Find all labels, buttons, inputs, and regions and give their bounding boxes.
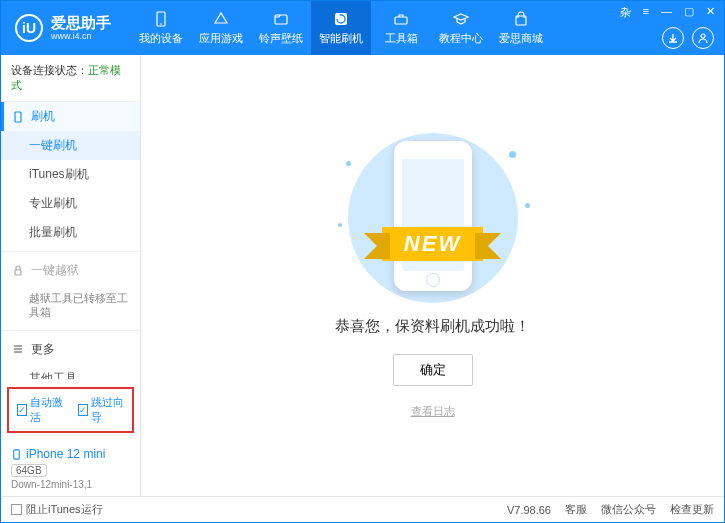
win-close[interactable]: ✕ xyxy=(703,5,718,20)
status-label: 设备连接状态： xyxy=(11,64,88,76)
graduation-icon xyxy=(452,10,470,28)
download-button[interactable] xyxy=(662,27,684,49)
logo-area: iU 爱思助手 www.i4.cn xyxy=(1,14,125,42)
lock-icon xyxy=(11,264,25,278)
checkbox-auto-activate[interactable]: ✓ 自动激活 xyxy=(17,395,64,425)
app-url: www.i4.cn xyxy=(51,31,111,41)
window-controls: 杂 ≡ — ▢ ✕ xyxy=(617,5,718,20)
sidebar-item-other-tools[interactable]: 其他工具 xyxy=(1,364,140,379)
check-icon: ✓ xyxy=(17,404,27,416)
jailbreak-note: 越狱工具已转移至工具箱 xyxy=(1,285,140,326)
device-icon xyxy=(152,10,170,28)
nav-toolbox[interactable]: 工具箱 xyxy=(371,1,431,55)
nav-tutorials[interactable]: 教程中心 xyxy=(431,1,491,55)
success-illustration: NEW xyxy=(328,133,538,303)
sidebar-section-more[interactable]: 更多 xyxy=(1,335,140,364)
sidebar-item-pro-flash[interactable]: 专业刷机 xyxy=(1,189,140,218)
app-name: 爱思助手 xyxy=(51,15,111,32)
device-icon xyxy=(11,449,22,460)
svg-rect-4 xyxy=(395,17,407,24)
success-message: 恭喜您，保资料刷机成功啦！ xyxy=(335,317,530,336)
view-log-link[interactable]: 查看日志 xyxy=(411,404,455,419)
body-area: 设备连接状态：正常模式 刷机 一键刷机 iTunes刷机 专业刷机 批量刷机 xyxy=(1,55,724,496)
sidebar-item-itunes-flash[interactable]: iTunes刷机 xyxy=(1,160,140,189)
device-name-row: iPhone 12 mini xyxy=(11,447,130,461)
connection-status: 设备连接状态：正常模式 xyxy=(1,55,140,102)
svg-rect-7 xyxy=(15,112,21,122)
options-box: ✓ 自动激活 ✓ 跳过向导 xyxy=(7,387,134,433)
sidebar-item-oneclick-flash[interactable]: 一键刷机 xyxy=(1,131,140,160)
footer-right: V7.98.66 客服 微信公众号 检查更新 xyxy=(507,502,714,517)
main-content: NEW 恭喜您，保资料刷机成功啦！ 确定 查看日志 xyxy=(141,55,724,496)
block-itunes-label: 阻止iTunes运行 xyxy=(26,502,103,517)
title-right-buttons xyxy=(662,27,714,49)
nav-my-device[interactable]: 我的设备 xyxy=(131,1,191,55)
section-title: 更多 xyxy=(31,341,55,358)
check-update-link[interactable]: 检查更新 xyxy=(670,502,714,517)
sidebar-section-flash[interactable]: 刷机 xyxy=(1,102,140,131)
version-label: V7.98.66 xyxy=(507,504,551,516)
sidebar-item-batch-flash[interactable]: 批量刷机 xyxy=(1,218,140,247)
check-icon: ✓ xyxy=(78,404,88,416)
apps-icon xyxy=(212,10,230,28)
svg-rect-8 xyxy=(15,270,21,275)
nav-smart-flash[interactable]: 智能刷机 xyxy=(311,1,371,55)
block-itunes-checkbox[interactable] xyxy=(11,504,22,515)
title-bar: iU 爱思助手 www.i4.cn 我的设备 应用游戏 xyxy=(1,1,724,55)
device-model: Down-12mini-13,1 xyxy=(11,479,130,490)
nav-store[interactable]: 爱思商城 xyxy=(491,1,551,55)
wechat-link[interactable]: 微信公众号 xyxy=(601,502,656,517)
status-bar: 阻止iTunes运行 V7.98.66 客服 微信公众号 检查更新 xyxy=(1,496,724,522)
section-title: 刷机 xyxy=(31,108,55,125)
win-misc-1[interactable]: 杂 xyxy=(617,5,634,20)
device-info[interactable]: iPhone 12 mini 64GB Down-12mini-13,1 xyxy=(1,441,140,496)
nav-apps-games[interactable]: 应用游戏 xyxy=(191,1,251,55)
win-minimize[interactable]: — xyxy=(658,5,675,20)
footer-left: 阻止iTunes运行 xyxy=(11,502,103,517)
svg-rect-2 xyxy=(275,15,287,24)
section-title: 一键越狱 xyxy=(31,262,79,279)
toolbox-icon xyxy=(392,10,410,28)
app-window: iU 爱思助手 www.i4.cn 我的设备 应用游戏 xyxy=(0,0,725,523)
checkbox-skip-guide[interactable]: ✓ 跳过向导 xyxy=(78,395,125,425)
phone-icon xyxy=(11,110,25,124)
device-storage: 64GB xyxy=(11,464,47,477)
customer-service-link[interactable]: 客服 xyxy=(565,502,587,517)
win-menu-icon[interactable]: ≡ xyxy=(640,5,652,20)
nav-ringtone-wallpaper[interactable]: 铃声壁纸 xyxy=(251,1,311,55)
user-button[interactable] xyxy=(692,27,714,49)
sidebar: 设备连接状态：正常模式 刷机 一键刷机 iTunes刷机 专业刷机 批量刷机 xyxy=(1,55,141,496)
menu-icon xyxy=(11,342,25,356)
refresh-icon xyxy=(332,10,350,28)
confirm-button[interactable]: 确定 xyxy=(393,354,473,386)
sidebar-scroll: 刷机 一键刷机 iTunes刷机 专业刷机 批量刷机 一键越狱 越狱工具已转移至… xyxy=(1,102,140,379)
phone-icon xyxy=(394,141,472,291)
logo-icon: iU xyxy=(15,14,43,42)
svg-point-6 xyxy=(701,34,705,38)
win-maximize[interactable]: ▢ xyxy=(681,5,697,20)
svg-point-1 xyxy=(160,23,162,25)
svg-rect-9 xyxy=(14,449,20,458)
store-icon xyxy=(512,10,530,28)
sidebar-section-jailbreak[interactable]: 一键越狱 xyxy=(1,256,140,285)
folder-icon xyxy=(272,10,290,28)
new-ribbon: NEW xyxy=(328,225,538,263)
top-nav: 我的设备 应用游戏 铃声壁纸 智能刷机 xyxy=(131,1,551,55)
